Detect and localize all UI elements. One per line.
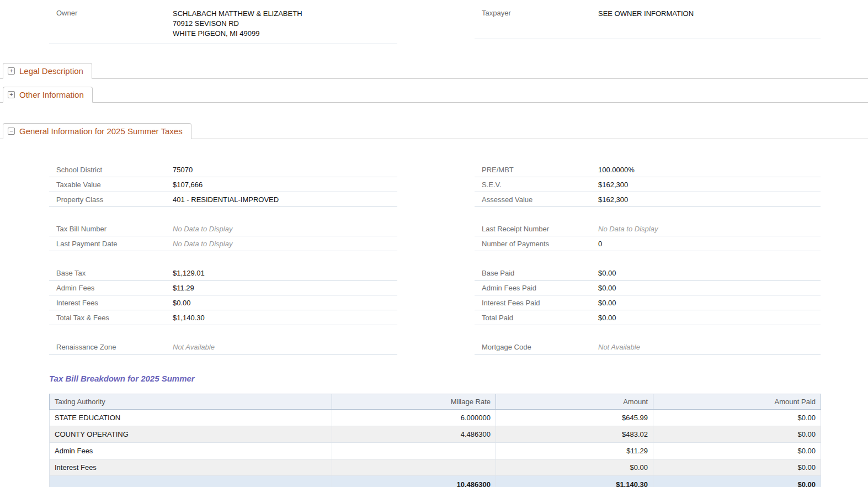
cell-total-amount-paid: $0.00 [653, 476, 821, 487]
info-value: 100.0000% [598, 166, 635, 174]
info-value: $11.29 [173, 284, 194, 292]
cell-amount-paid: $0.00 [653, 459, 821, 476]
info-row-admin-fees-paid: Admin Fees Paid $0.00 [475, 280, 821, 295]
info-label: Interest Fees Paid [475, 299, 598, 307]
owner-name-line: SCHLABACH MATTHEW & ELIZABETH [173, 9, 302, 19]
info-value: $162,300 [598, 181, 628, 189]
info-label: Total Paid [475, 314, 598, 322]
info-value: Not Available [173, 343, 215, 351]
info-label: Admin Fees Paid [475, 284, 598, 292]
cell-amount-paid: $0.00 [653, 426, 821, 443]
info-label: School District [49, 166, 173, 174]
info-row-last-receipt-number: Last Receipt Number No Data to Display [475, 221, 821, 236]
owner-label: Owner [49, 8, 173, 39]
info-value: $0.00 [598, 269, 616, 277]
info-row-pre-mbt: PRE/MBT 100.0000% [475, 162, 821, 177]
info-row-taxable-value: Taxable Value $107,666 [49, 177, 397, 192]
table-header-row: Taxing Authority Millage Rate Amount Amo… [50, 394, 821, 410]
info-label: S.E.V. [475, 181, 598, 189]
info-label: Mortgage Code [475, 343, 598, 351]
tab-legal-description[interactable]: + Legal Description [3, 63, 92, 79]
paid-totals-group-right: Base Paid $0.00 Admin Fees Paid $0.00 In… [475, 266, 821, 325]
info-row-assessed-value: Assessed Value $162,300 [475, 192, 821, 207]
info-value: 0 [598, 240, 602, 248]
cell-millage: 4.486300 [332, 426, 496, 443]
table-row-county-operating: COUNTY OPERATING 4.486300 $483.02 $0.00 [50, 426, 821, 443]
tab-other-information[interactable]: + Other Information [3, 87, 93, 103]
info-value: No Data to Display [598, 225, 658, 233]
info-label: Interest Fees [49, 299, 173, 307]
cell-authority: Interest Fees [50, 459, 332, 476]
info-row-interest-fees: Interest Fees $0.00 [49, 295, 397, 310]
legal-description-tab-strip: + Legal Description [0, 63, 868, 79]
owner-city-line: WHITE PIGEON, MI 49099 [173, 29, 302, 39]
cell-authority: COUNTY OPERATING [50, 426, 332, 443]
info-value: $0.00 [173, 299, 191, 307]
col-header-taxing-authority: Taxing Authority [50, 394, 332, 410]
table-row-admin-fees: Admin Fees $11.29 $0.00 [50, 443, 821, 459]
info-label: Admin Fees [49, 284, 173, 292]
info-value: Not Available [598, 343, 640, 351]
taxpayer-label: Taxpayer [475, 8, 598, 34]
taxpayer-block: Taxpayer SEE OWNER INFORMATION [475, 8, 821, 39]
cell-authority: Admin Fees [50, 443, 332, 459]
collapse-icon[interactable]: − [8, 128, 15, 135]
info-value: $1,129.01 [173, 269, 205, 277]
info-label: Base Paid [475, 269, 598, 277]
info-value: $1,140.30 [173, 314, 205, 322]
info-row-total-paid: Total Paid $0.00 [475, 310, 821, 325]
cell-millage [332, 459, 496, 476]
table-total-row: 10.486300 $1,140.30 $0.00 [50, 476, 821, 487]
info-label: Last Receipt Number [475, 225, 598, 233]
billing-group-left: Tax Bill Number No Data to Display Last … [49, 221, 397, 251]
table-row-state-education: STATE EDUCATION 6.000000 $645.99 $0.00 [50, 410, 821, 426]
info-label: Total Tax & Fees [49, 314, 173, 322]
tab-general-information[interactable]: − General Information for 2025 Summer Ta… [3, 123, 191, 139]
info-label: Property Class [49, 195, 173, 204]
cell-authority: STATE EDUCATION [50, 410, 332, 426]
info-row-total-tax-fees: Total Tax & Fees $1,140.30 [49, 310, 397, 325]
cell-total-millage: 10.486300 [332, 476, 496, 487]
expand-icon[interactable]: + [8, 91, 15, 98]
taxpayer-value: SEE OWNER INFORMATION [598, 8, 694, 34]
table-row-interest-fees: Interest Fees $0.00 $0.00 [50, 459, 821, 476]
info-label: Taxable Value [49, 181, 173, 189]
cell-amount: $483.02 [496, 426, 653, 443]
info-value: 75070 [173, 166, 193, 174]
info-row-admin-fees: Admin Fees $11.29 [49, 280, 397, 295]
info-label: Number of Payments [475, 240, 598, 248]
tax-bill-breakdown-table: Taxing Authority Millage Rate Amount Amo… [49, 394, 821, 487]
info-value: $0.00 [598, 314, 616, 322]
cell-amount: $11.29 [496, 443, 653, 459]
info-row-property-class: Property Class 401 - RESIDENTIAL-IMPROVE… [49, 192, 397, 207]
info-row-renaissance-zone: Renaissance Zone Not Available [49, 340, 397, 354]
cell-total-spacer [50, 476, 332, 487]
info-row-school-district: School District 75070 [49, 162, 397, 177]
owner-block: Owner SCHLABACH MATTHEW & ELIZABETH 7091… [49, 8, 397, 44]
info-value: 401 - RESIDENTIAL-IMPROVED [173, 195, 279, 204]
other-information-tab-strip: + Other Information [0, 87, 868, 103]
info-row-tax-bill-number: Tax Bill Number No Data to Display [49, 221, 397, 236]
expand-icon[interactable]: + [8, 67, 15, 75]
renaissance-group-left: Renaissance Zone Not Available [49, 340, 397, 354]
info-value: $107,666 [173, 181, 203, 189]
info-row-last-payment-date: Last Payment Date No Data to Display [49, 236, 397, 251]
info-row-mortgage-code: Mortgage Code Not Available [475, 340, 821, 354]
info-label: Tax Bill Number [49, 225, 173, 233]
billing-group-right: Last Receipt Number No Data to Display N… [475, 221, 821, 251]
valuation-group-right: PRE/MBT 100.0000% S.E.V. $162,300 Assess… [475, 162, 821, 207]
info-value: No Data to Display [173, 240, 232, 248]
cell-amount-paid: $0.00 [653, 443, 821, 459]
mortgage-group-right: Mortgage Code Not Available [475, 340, 821, 354]
cell-millage [332, 443, 496, 459]
col-header-amount-paid: Amount Paid [653, 394, 821, 410]
info-label: Assessed Value [475, 195, 598, 204]
info-value: $0.00 [598, 284, 616, 292]
valuation-group-left: School District 75070 Taxable Value $107… [49, 162, 397, 207]
tax-totals-group-left: Base Tax $1,129.01 Admin Fees $11.29 Int… [49, 266, 397, 325]
col-header-millage-rate: Millage Rate [332, 394, 496, 410]
owner-value: SCHLABACH MATTHEW & ELIZABETH 70912 SEVI… [173, 8, 302, 39]
tab-general-information-label: General Information for 2025 Summer Taxe… [19, 126, 183, 136]
info-value: $162,300 [598, 195, 628, 204]
info-value: $0.00 [598, 299, 616, 307]
